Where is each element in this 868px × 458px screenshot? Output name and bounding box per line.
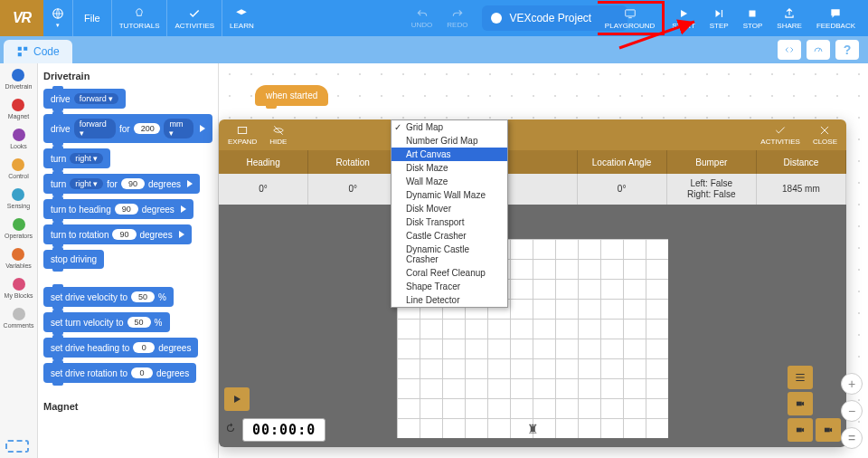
play-icon	[231, 393, 243, 406]
block-turn-heading[interactable]: turn to heading90degrees	[43, 199, 193, 219]
camera-first-button[interactable]	[816, 418, 841, 442]
svg-rect-4	[24, 47, 27, 51]
camera-top-button[interactable]	[788, 392, 813, 415]
block-stop-driving[interactable]: stop driving	[43, 250, 104, 269]
code-icon	[783, 44, 796, 55]
play-icon	[676, 7, 691, 20]
blocks-icon	[16, 45, 29, 58]
tutorials-button[interactable]: TUTORIALS	[111, 0, 167, 36]
reset-button[interactable]	[224, 422, 237, 438]
zoom-out-button[interactable]: −	[841, 400, 863, 422]
stop-icon	[745, 7, 760, 20]
category-variables[interactable]: Variables	[5, 248, 32, 269]
step-icon	[712, 7, 726, 20]
code-tab[interactable]: Code	[4, 40, 72, 63]
dashboard-button[interactable]	[807, 40, 830, 60]
zoom-in-button[interactable]: +	[841, 373, 863, 395]
dashboard-header: HeadingRotationFront EyeLocation AngleBu…	[219, 150, 846, 174]
playground-window: EXPAND HIDE ACTIVITIES CLOSE Grid MapNum…	[219, 119, 846, 447]
category-operators[interactable]: Operators	[5, 218, 33, 239]
language-button[interactable]: ▾	[43, 0, 72, 36]
camera-icon	[794, 424, 807, 436]
redo-button[interactable]: REDO	[441, 8, 473, 29]
list-icon	[794, 371, 807, 384]
menu-item[interactable]: Art Canvas	[392, 148, 507, 161]
learn-button[interactable]: LEARN	[222, 0, 261, 36]
lightbulb-icon	[132, 7, 146, 20]
camera-chase-button[interactable]	[788, 418, 813, 442]
camera-icon	[822, 424, 835, 436]
view-list-button[interactable]	[788, 366, 813, 389]
activities-button[interactable]: ACTIVITIES	[166, 0, 222, 36]
expand-button[interactable]: EXPAND	[228, 124, 257, 146]
menu-item[interactable]: Line Detector	[392, 293, 507, 307]
block-drive[interactable]: driveforward ▾	[43, 89, 126, 109]
globe-icon	[51, 7, 65, 20]
svg-rect-6	[238, 128, 246, 134]
file-menu[interactable]: File	[72, 0, 111, 36]
backpack-icon[interactable]	[5, 440, 29, 453]
run-button[interactable]	[224, 387, 250, 411]
svg-rect-5	[18, 52, 22, 56]
menu-item[interactable]: Grid Map	[392, 120, 507, 134]
robot-icon: ♜	[527, 422, 539, 436]
reset-icon	[224, 422, 237, 434]
category-my-blocks[interactable]: My Blocks	[5, 278, 33, 299]
menu-item[interactable]: Disk Transport	[392, 215, 507, 229]
menu-item[interactable]: Castle Crasher	[392, 229, 507, 243]
gauge-icon	[812, 44, 825, 55]
redo-icon	[450, 8, 465, 21]
when-started-block[interactable]: when started	[255, 85, 328, 106]
stop-button[interactable]: STOP	[736, 0, 770, 36]
val-heading: 0°	[219, 174, 308, 205]
svg-rect-2	[750, 10, 756, 16]
menu-item[interactable]: Coral Reef Cleanup	[392, 266, 507, 280]
playground-toolbar: EXPAND HIDE ACTIVITIES CLOSE	[219, 119, 846, 150]
zoom-controls: + − =	[841, 373, 863, 449]
menu-item[interactable]: Number Grid Map	[392, 134, 507, 148]
category-magnet[interactable]: Magnet	[8, 99, 29, 119]
menu-item[interactable]: Dynamic Wall Maze	[392, 188, 507, 202]
block-drive-for[interactable]: driveforward ▾for200mm ▾	[43, 114, 212, 143]
category-comments[interactable]: Comments	[4, 308, 34, 329]
val-bumper: Left: FalseRight: False	[667, 174, 757, 205]
start-button[interactable]: START	[665, 0, 702, 36]
code-view-button[interactable]	[778, 40, 801, 60]
block-set-turn-velocity[interactable]: set turn velocity to50%	[43, 312, 170, 332]
zoom-reset-button[interactable]: =	[841, 427, 863, 449]
block-turn[interactable]: turnright ▾	[43, 148, 110, 168]
sub-toolbar: Code ?	[0, 36, 868, 63]
svg-rect-7	[797, 402, 802, 406]
svg-rect-1	[625, 9, 635, 15]
category-drivetrain[interactable]: Drivetrain	[5, 69, 33, 90]
category-control[interactable]: Control	[8, 158, 29, 179]
help-button[interactable]: ?	[835, 40, 859, 60]
category-sensing[interactable]: Sensing	[7, 188, 30, 209]
block-set-drive-velocity[interactable]: set drive velocity to50%	[43, 287, 174, 307]
step-button[interactable]: STEP	[703, 0, 736, 36]
share-button[interactable]: SHARE	[769, 0, 809, 36]
undo-button[interactable]: UNDO	[406, 8, 439, 29]
val-distance: 1845 mm	[757, 174, 846, 205]
undo-icon	[415, 8, 429, 21]
menu-item[interactable]: Disk Maze	[392, 161, 507, 175]
expand-icon	[235, 124, 250, 137]
menu-item[interactable]: Dynamic Castle Crasher	[392, 243, 507, 266]
menu-item[interactable]: Disk Mover	[392, 202, 507, 215]
playground-button[interactable]: PLAYGROUND	[598, 1, 665, 35]
block-set-drive-heading[interactable]: set drive heading to0degrees	[43, 338, 198, 358]
feedback-button[interactable]: FEEDBACK	[809, 0, 863, 36]
pg-activities-button[interactable]: ACTIVITIES	[760, 124, 800, 146]
block-turn-rotation[interactable]: turn to rotation90degrees	[43, 224, 192, 244]
workspace-canvas[interactable]: when started EXPAND HIDE ACTIVITIES CLOS…	[219, 63, 868, 458]
hide-button[interactable]: HIDE	[269, 124, 287, 146]
playground-select-menu[interactable]: Grid MapNumber Grid MapArt CanvasDisk Ma…	[391, 119, 508, 308]
menu-item[interactable]: Shape Tracer	[392, 280, 507, 293]
menu-item[interactable]: Wall Maze	[392, 175, 507, 188]
svg-rect-3	[18, 47, 22, 51]
pg-close-button[interactable]: CLOSE	[813, 124, 837, 146]
svg-rect-8	[797, 428, 802, 433]
block-set-drive-rotation[interactable]: set drive rotation to0degrees	[43, 363, 196, 383]
category-looks[interactable]: Looks	[10, 129, 27, 149]
block-turn-for[interactable]: turnright ▾for90degrees	[43, 174, 200, 194]
